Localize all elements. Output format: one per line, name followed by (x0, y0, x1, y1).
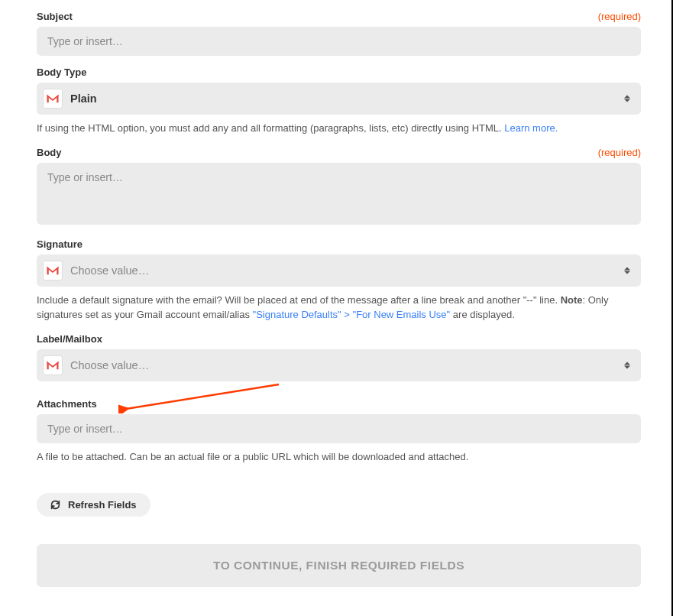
body-input[interactable] (37, 163, 641, 225)
label-mailbox-placeholder: Choose value… (70, 359, 149, 371)
refresh-fields-button[interactable]: Refresh Fields (37, 493, 150, 517)
updown-icon (624, 96, 630, 102)
attachments-field: Attachments A file to be attached. Can b… (37, 398, 641, 465)
refresh-icon (50, 500, 60, 510)
body-type-help: If using the HTML option, you must add a… (37, 121, 641, 136)
gmail-icon (43, 355, 63, 375)
subject-field: Subject (required) (37, 11, 641, 56)
gmail-icon (43, 89, 63, 109)
body-field: Body (required) (37, 147, 641, 228)
attachments-input[interactable] (37, 414, 641, 443)
attachments-help: A file to be attached. Can be an actual … (37, 449, 641, 465)
required-tag: (required) (598, 11, 641, 22)
signature-help: Include a default signature with the ema… (37, 293, 641, 323)
signature-field: Signature Choose value… Include a defaul… (37, 238, 641, 323)
subject-label: Subject (37, 11, 73, 22)
body-label: Body (37, 147, 62, 158)
updown-icon (624, 267, 630, 274)
signature-placeholder: Choose value… (70, 264, 149, 277)
body-type-field: Body Type Plain If using the HTML option… (37, 66, 641, 136)
updown-icon (624, 361, 630, 368)
label-mailbox-label: Label/Mailbox (37, 333, 102, 345)
label-mailbox-field: Label/Mailbox Choose value… (37, 333, 641, 381)
signature-defaults-link[interactable]: "Signature Defaults" > "For New Emails U… (253, 309, 451, 320)
learn-more-link[interactable]: Learn more. (504, 122, 558, 134)
label-mailbox-select[interactable]: Choose value… (37, 349, 641, 381)
body-type-value: Plain (70, 92, 97, 105)
gmail-icon (43, 261, 63, 280)
body-type-select[interactable]: Plain (37, 83, 641, 115)
continue-button[interactable]: To continue, finish required fields (37, 544, 641, 587)
signature-select[interactable]: Choose value… (37, 255, 641, 287)
signature-label: Signature (37, 238, 83, 250)
required-tag: (required) (598, 147, 641, 158)
subject-input[interactable] (37, 27, 641, 56)
body-type-label: Body Type (37, 66, 87, 78)
attachments-label: Attachments (37, 398, 97, 410)
